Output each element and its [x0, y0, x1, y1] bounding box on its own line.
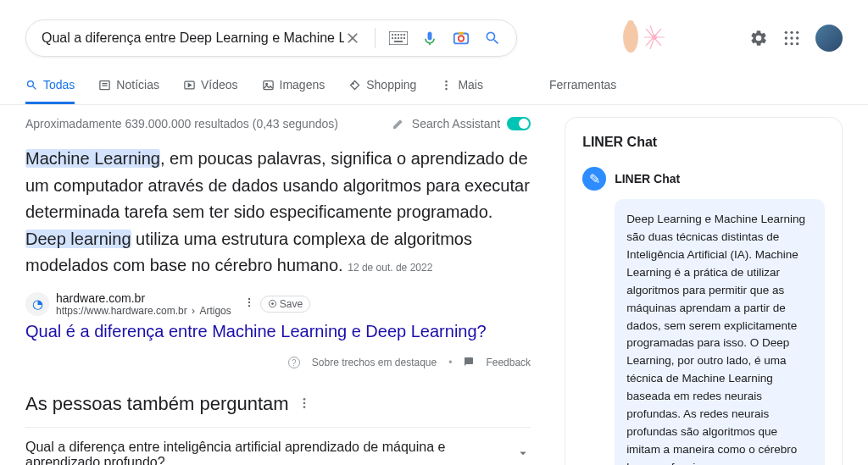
tab-images[interactable]: Imagens: [262, 68, 326, 104]
svg-point-18: [785, 31, 787, 34]
result-stats: Aproximadamente 639.000.000 resultados (…: [25, 117, 338, 130]
svg-rect-10: [403, 37, 405, 39]
svg-point-38: [248, 302, 250, 303]
doodle[interactable]: [612, 17, 671, 59]
svg-rect-6: [392, 37, 393, 39]
paa-heading: As pessoas também perguntam: [25, 393, 531, 415]
svg-point-44: [303, 406, 305, 408]
svg-rect-1: [392, 34, 393, 36]
about-snippets-link[interactable]: Sobre trechos em destaque: [312, 357, 437, 368]
chevron-down-icon: [515, 446, 531, 464]
help-icon[interactable]: ?: [288, 357, 300, 368]
divider: [375, 28, 376, 48]
svg-point-32: [265, 83, 267, 85]
avatar[interactable]: [815, 25, 843, 52]
tabs-bar: Todas Notícias Vídeos Imagens Shopping M…: [0, 68, 868, 105]
source-url: https://www.hardware.com.br › Artigos: [56, 305, 231, 317]
search-input[interactable]: [42, 30, 344, 46]
svg-rect-3: [398, 34, 399, 36]
apps-icon[interactable]: [783, 30, 800, 47]
side-panel: LINER Chat ✎ LINER Chat Deep Learning e …: [565, 117, 843, 465]
svg-point-24: [785, 42, 787, 45]
tab-tools[interactable]: Ferramentas: [549, 68, 616, 104]
svg-point-19: [790, 31, 793, 34]
mic-icon[interactable]: [421, 30, 438, 47]
tab-videos[interactable]: Vídeos: [183, 68, 238, 104]
svg-point-34: [446, 80, 448, 82]
svg-point-41: [271, 303, 274, 306]
favicon-icon: ◔: [25, 292, 49, 316]
clear-icon[interactable]: [344, 30, 361, 47]
snippet-date: 12 de out. de 2022: [348, 262, 432, 274]
svg-point-21: [785, 36, 787, 39]
feedback-link[interactable]: Feedback: [486, 357, 531, 368]
liner-message: Deep Learning e Machine Learning são dua…: [615, 199, 825, 465]
more-icon[interactable]: [298, 393, 311, 415]
svg-point-17: [652, 35, 657, 40]
camera-icon[interactable]: [452, 29, 470, 47]
svg-point-37: [248, 298, 250, 300]
svg-rect-11: [394, 41, 403, 42]
svg-point-26: [796, 42, 798, 45]
source-site: hardware.com.br: [56, 291, 231, 305]
svg-point-42: [303, 398, 305, 401]
paa-question[interactable]: Qual a diferença entre inteligência arti…: [25, 427, 531, 465]
liner-logo-icon: ✎: [582, 167, 606, 191]
tab-shopping[interactable]: Shopping: [348, 68, 416, 104]
svg-point-39: [248, 305, 250, 307]
svg-point-20: [796, 31, 798, 34]
save-button[interactable]: Save: [260, 296, 310, 313]
svg-point-43: [303, 402, 305, 405]
highlight: Deep learning: [25, 230, 131, 248]
svg-rect-7: [395, 37, 397, 39]
highlight: Machine Learning: [25, 149, 160, 168]
featured-snippet: Machine Learning, em poucas palavras, si…: [25, 146, 531, 280]
search-assistant[interactable]: Search Assistant: [392, 117, 531, 130]
svg-rect-5: [403, 34, 405, 36]
svg-point-16: [627, 20, 634, 27]
tab-all[interactable]: Todas: [25, 68, 75, 104]
svg-rect-8: [398, 37, 399, 39]
svg-rect-2: [395, 34, 397, 36]
result-source: ◔ hardware.com.br https://www.hardware.c…: [25, 291, 531, 317]
gear-icon[interactable]: [749, 29, 768, 47]
svg-rect-14: [459, 32, 464, 35]
tab-label: Imagens: [280, 78, 326, 91]
tab-more[interactable]: Mais: [440, 68, 483, 104]
svg-rect-9: [401, 37, 403, 39]
liner-bot-name: LINER Chat: [615, 172, 680, 185]
search-box[interactable]: [25, 19, 517, 57]
svg-point-22: [790, 36, 793, 39]
tab-label: Todas: [43, 78, 75, 91]
more-icon[interactable]: [243, 296, 255, 311]
results-column: Aproximadamente 639.000.000 resultados (…: [25, 117, 531, 465]
svg-point-23: [796, 36, 798, 39]
toggle-icon[interactable]: [507, 117, 531, 130]
tab-news[interactable]: Notícias: [98, 68, 159, 104]
svg-point-13: [459, 36, 464, 41]
tab-label: Notícias: [116, 78, 159, 91]
liner-chat-panel: LINER Chat ✎ LINER Chat Deep Learning e …: [565, 117, 843, 465]
tab-label: Ferramentas: [549, 78, 616, 91]
tab-label: Shopping: [366, 78, 416, 91]
topbar: [0, 0, 868, 68]
svg-point-33: [353, 83, 353, 84]
tab-label: Vídeos: [201, 78, 238, 91]
liner-panel-title: LINER Chat: [582, 135, 825, 150]
feedback-icon: [464, 357, 474, 369]
assistant-label: Search Assistant: [412, 117, 500, 130]
svg-point-36: [446, 87, 448, 90]
svg-rect-4: [401, 34, 403, 36]
svg-point-25: [790, 42, 793, 45]
svg-point-35: [446, 84, 448, 86]
result-title-link[interactable]: Qual é a diferença entre Machine Learnin…: [25, 322, 531, 341]
tab-label: Mais: [458, 78, 483, 91]
svg-rect-12: [454, 34, 469, 44]
search-icon[interactable]: [484, 30, 501, 47]
keyboard-icon[interactable]: [389, 31, 408, 45]
